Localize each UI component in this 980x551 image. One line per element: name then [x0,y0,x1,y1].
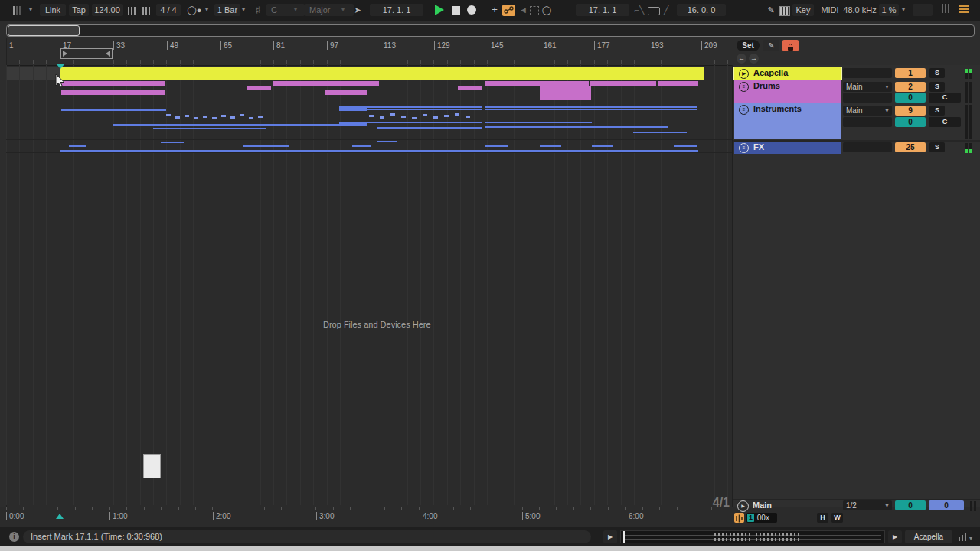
track-play-icon[interactable]: ▶ [739,69,749,79]
track-activator[interactable]: 1 [895,68,926,78]
tempo-field[interactable]: 124.00 [92,4,122,16]
follow-button[interactable]: ➤‑ [352,4,366,16]
set-locator-button[interactable]: Set [737,40,760,51]
metronome-caret[interactable]: ▾ [205,4,208,16]
next-locator-button[interactable]: → [749,54,759,64]
instruments-clip[interactable] [61,109,166,111]
clip-preview-strip[interactable] [620,530,885,543]
arrangement-position-field[interactable]: 17. 1. 1 [370,4,423,16]
bar-chart-icon[interactable] [959,532,966,541]
key-map-button[interactable]: Key [792,4,814,16]
play-button[interactable] [435,5,444,15]
cue-button[interactable]: C [929,93,961,103]
menu-hamburger-icon[interactable] [959,4,969,15]
fx-clip[interactable] [352,145,371,147]
link-button[interactable]: Link [40,4,66,16]
instruments-clip[interactable] [339,106,368,111]
track-header-acapella[interactable]: ▶ Acapella 1 S [733,67,980,80]
track-name-block[interactable]: ▶ Acapella [734,67,841,80]
tap-tempo-button[interactable]: Tap [69,4,89,16]
key-scale-caret[interactable]: ▾ [341,4,345,16]
record-button[interactable] [467,5,476,15]
track-header-fx[interactable]: ≡ FX 25 S [733,140,980,154]
overview-viewport[interactable] [8,25,80,36]
instruments-clip[interactable] [485,106,697,108]
fx-clip[interactable] [485,145,508,147]
fx-clip[interactable] [243,145,289,147]
quantize-caret[interactable]: ▾ [242,4,245,16]
re-enable-automation-icon[interactable]: ◄ [519,4,527,16]
computer-midi-keyboard-icon[interactable] [779,6,790,16]
drums-clip[interactable] [658,81,698,86]
instruments-clip[interactable] [113,124,368,126]
drums-clip[interactable] [540,86,591,100]
nudge-down-icon[interactable] [126,4,139,16]
nudge-up-icon[interactable] [141,4,153,16]
instruments-clip[interactable] [485,109,697,110]
stop-button[interactable] [452,6,460,15]
loop-start-handle[interactable] [63,51,67,57]
instruments-clip[interactable] [377,127,482,129]
loop-length-field[interactable]: 16. 0. 0 [677,4,726,16]
key-root-caret[interactable]: ▾ [294,4,297,16]
loop-toggle-icon[interactable]: ◯ [542,4,551,16]
output-routing-menu[interactable]: Main▼ [843,82,892,92]
sub-io-box[interactable] [843,117,892,127]
drums-clip[interactable] [485,81,589,86]
instruments-clip[interactable] [633,132,687,133]
automation-mode-button[interactable] [502,5,515,16]
track-name-block[interactable]: ≡ FX [734,142,841,154]
drums-clip[interactable] [458,86,482,90]
time-ruler[interactable]: 0:001:002:003:004:005:006:00 [0,507,732,527]
fx-clip[interactable] [161,142,184,143]
draw-pencil-icon[interactable]: ✎ [766,4,776,16]
group-fold-icon[interactable]: ≡ [739,82,749,92]
fx-clip[interactable] [540,145,561,147]
instruments-clip[interactable] [485,122,592,123]
lock-envelopes-button[interactable] [782,40,799,51]
drums-clip[interactable] [325,90,368,95]
loop-region[interactable] [60,48,113,59]
track-activator[interactable]: 25 [895,142,926,152]
instruments-clip[interactable] [153,128,266,129]
fx-clip[interactable] [592,145,613,147]
master-pan-chip[interactable]: 0 [929,500,964,510]
cpu-caret[interactable]: ▾ [902,4,905,16]
loop-start-field[interactable]: 17. 1. 1 [576,4,629,16]
metronome-icon[interactable]: ◯● [185,4,204,16]
track-activator[interactable]: 9 [895,106,926,116]
grid-interval-menu[interactable]: 1/2▼ [843,500,892,510]
loop-end-handle[interactable] [106,51,110,57]
selected-clip-name[interactable]: Acapella [905,530,952,543]
playback-speed-field[interactable]: 1 .00x [746,513,777,523]
track-header-drums[interactable]: ≡ Drums Main▼ 2 S 0 C [733,80,980,103]
track-name-block[interactable]: ≡ Drums [734,80,841,103]
instruments-clip[interactable] [368,106,482,108]
drums-clip[interactable] [590,81,656,86]
punch-out-icon[interactable]: ╱ [662,4,671,16]
io-box[interactable] [843,68,892,78]
new-button[interactable]: + [490,4,499,16]
solo-button[interactable]: S [929,142,945,152]
time-signature-field[interactable]: 4 / 4 [156,4,181,16]
punch-in-icon[interactable]: ⌐╲ [634,4,645,16]
bar-ruler[interactable]: 1173349658197113129145161177193209 Set ✎… [0,38,980,66]
group-fold-icon[interactable]: ≡ [739,105,749,115]
height-zoom-button[interactable]: H [817,513,828,523]
fx-clip[interactable] [674,145,697,147]
group-fold-icon[interactable]: ≡ [739,143,749,153]
fx-clip[interactable] [69,145,86,147]
key-root-menu[interactable]: C [266,4,305,16]
draw-mode-icon[interactable] [530,6,539,15]
instruments-clip[interactable] [368,122,482,123]
sub-io-box[interactable] [843,93,892,103]
track-activator[interactable]: 2 [895,82,926,92]
drums-clip[interactable] [247,86,271,90]
midi-map-button[interactable]: MIDI [819,4,841,16]
window-options-icon[interactable] [8,4,28,16]
cue-button[interactable]: C [929,117,961,127]
locator-pencil-button[interactable]: ✎ [763,40,779,51]
master-track-header[interactable]: ▶ Main 1/2▼ 0 0 [733,499,980,512]
width-zoom-button[interactable]: W [831,513,843,523]
drums-clip[interactable] [273,81,379,86]
